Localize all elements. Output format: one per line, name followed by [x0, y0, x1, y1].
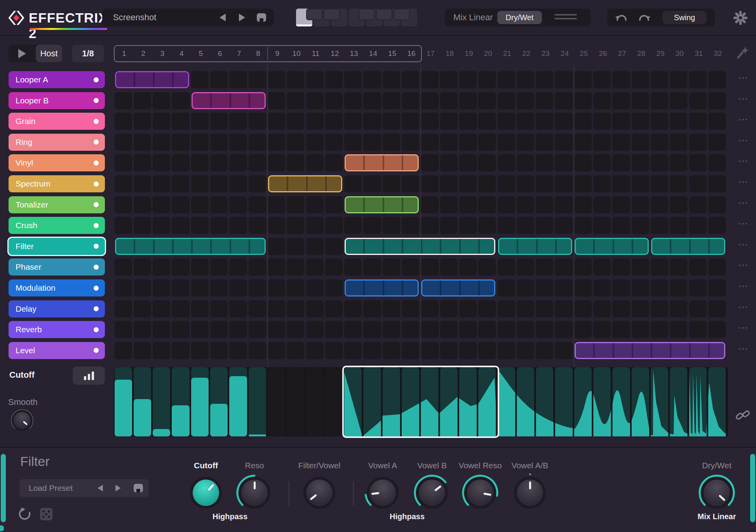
grid-cell[interactable] — [536, 113, 553, 130]
grid-cell[interactable] — [287, 71, 304, 88]
grid-cell[interactable] — [555, 342, 572, 359]
sequence-block[interactable] — [575, 238, 649, 255]
keyboard-key-black[interactable] — [324, 9, 340, 20]
grid-cell[interactable] — [574, 154, 592, 171]
grid-cell[interactable] — [536, 71, 553, 88]
grid-cell[interactable] — [306, 217, 324, 234]
play-button[interactable] — [9, 45, 36, 62]
grid-cell[interactable] — [651, 258, 668, 276]
grid-cell[interactable] — [134, 175, 151, 192]
grid-cell[interactable] — [191, 321, 209, 338]
track-button-filter[interactable]: Filter — [9, 238, 105, 255]
grid-cell[interactable] — [421, 217, 438, 234]
step-number[interactable]: 21 — [498, 45, 517, 62]
sequence-block[interactable] — [192, 92, 266, 109]
grid-cell[interactable] — [210, 113, 228, 130]
preset-prev-button[interactable] — [219, 14, 226, 21]
grid-cell[interactable] — [689, 279, 707, 297]
grid-cell[interactable] — [172, 113, 189, 130]
track-button-grain[interactable]: Grain — [9, 113, 105, 130]
grid-cell[interactable] — [383, 175, 400, 192]
grid-cell[interactable] — [612, 321, 630, 338]
grid-cell[interactable] — [325, 134, 343, 151]
grid-cell[interactable] — [555, 279, 572, 297]
grid-cell[interactable] — [249, 279, 266, 297]
step-number[interactable]: 25 — [574, 45, 594, 62]
grid-cell[interactable] — [478, 71, 496, 88]
track-menu-icon[interactable]: ••• — [735, 96, 752, 103]
grid-cell[interactable] — [287, 300, 304, 317]
grid-cell[interactable] — [172, 279, 189, 297]
grid-cell[interactable] — [517, 196, 534, 213]
step-number[interactable]: 32 — [708, 45, 728, 62]
grid-cell[interactable] — [689, 134, 707, 151]
grid-cell[interactable] — [574, 71, 592, 88]
grid-cell[interactable] — [172, 175, 189, 192]
step-number[interactable]: 15 — [383, 45, 402, 62]
grid-cell[interactable] — [440, 154, 458, 171]
grid-cell[interactable] — [402, 71, 419, 88]
grid-cell[interactable] — [440, 134, 458, 151]
grid-cell[interactable] — [517, 71, 534, 88]
track-enable-dot[interactable] — [94, 160, 99, 166]
sequence-block[interactable] — [651, 238, 725, 255]
grid-cell[interactable] — [134, 196, 151, 213]
grid-cell[interactable] — [344, 321, 362, 338]
sequence-block[interactable] — [115, 71, 189, 88]
grid-cell[interactable] — [612, 258, 630, 276]
grid-cell[interactable] — [383, 342, 400, 359]
grid-cell[interactable] — [478, 196, 496, 213]
track-enable-dot[interactable] — [94, 306, 99, 311]
grid-cell[interactable] — [498, 196, 515, 213]
grid-cell[interactable] — [440, 217, 458, 234]
panel-preset-next-button[interactable] — [115, 485, 121, 492]
grid-cell[interactable] — [498, 258, 515, 276]
step-number[interactable]: 7 — [229, 45, 249, 62]
grid-cell[interactable] — [651, 217, 668, 234]
grid-cell[interactable] — [555, 217, 572, 234]
step-number[interactable]: 3 — [153, 45, 172, 62]
grid-cell[interactable] — [249, 134, 266, 151]
grid-cell[interactable] — [134, 134, 151, 151]
step-number[interactable]: 18 — [440, 45, 460, 62]
grid-cell[interactable] — [498, 300, 515, 317]
grid-cell[interactable] — [287, 342, 304, 359]
grid-cell[interactable] — [708, 321, 726, 338]
grid-cell[interactable] — [574, 196, 592, 213]
grid-cell[interactable] — [172, 321, 189, 338]
grid-cell[interactable] — [172, 217, 189, 234]
grid-cell[interactable] — [306, 279, 324, 297]
grid-cell[interactable] — [517, 113, 534, 130]
panel-preset-prev-button[interactable] — [98, 485, 103, 492]
knob-vowel-b[interactable] — [412, 473, 452, 513]
grid-cell[interactable] — [325, 300, 343, 317]
grid-cell[interactable] — [421, 321, 438, 338]
grid-cell[interactable] — [517, 134, 534, 151]
grid-cell[interactable] — [344, 92, 362, 109]
grid-cell[interactable] — [536, 92, 553, 109]
grid-cell[interactable] — [421, 71, 438, 88]
step-number[interactable]: 11 — [306, 45, 326, 62]
step-number[interactable]: 24 — [555, 45, 574, 62]
lane-column[interactable] — [153, 367, 170, 436]
knob-vowel-a[interactable] — [362, 473, 403, 513]
grid-cell[interactable] — [708, 196, 726, 213]
automation-type-button[interactable] — [73, 366, 105, 385]
grid-cell[interactable] — [210, 217, 228, 234]
grid-cell[interactable] — [325, 279, 343, 297]
track-menu-icon[interactable]: ••• — [735, 220, 752, 227]
grid-cell[interactable] — [555, 321, 572, 338]
grid-cell[interactable] — [210, 279, 228, 297]
panel-preset-save-icon[interactable] — [134, 484, 143, 492]
track-button-ring[interactable]: Ring — [9, 134, 105, 151]
track-menu-icon[interactable]: ••• — [735, 262, 752, 269]
grid-cell[interactable] — [421, 342, 438, 359]
grid-cell[interactable] — [651, 196, 668, 213]
knob-dry-wet[interactable] — [697, 473, 737, 513]
grid-cell[interactable] — [191, 217, 209, 234]
grid-cell[interactable] — [115, 321, 132, 338]
mix-lines-icon[interactable] — [554, 14, 577, 19]
lane-column[interactable] — [249, 367, 266, 436]
grid-cell[interactable] — [287, 238, 304, 255]
grid-cell[interactable] — [632, 92, 649, 109]
